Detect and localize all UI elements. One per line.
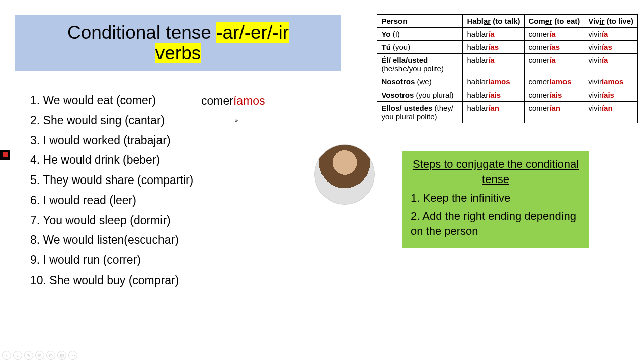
- presenter-avatar: [314, 144, 375, 205]
- table-row: Tú (you)hablaríascomeríasvivirías: [377, 41, 638, 54]
- title-highlight-2: verbs: [155, 43, 201, 63]
- answer-example: comeríamos: [201, 94, 265, 108]
- answer-ending: íamos: [233, 94, 265, 107]
- grid-button[interactable]: ⊞: [57, 351, 66, 360]
- list-item: 6. I would read (leer): [30, 191, 193, 211]
- list-item: 4. He would drink (beber): [30, 150, 193, 170]
- table-row: Ellos/ ustedes (they/ you plural polite)…: [377, 102, 638, 123]
- title-highlight-1: -ar/-er/-ir: [216, 22, 289, 43]
- next-slide-button[interactable]: ›: [13, 351, 22, 360]
- table-row: Él/ ella/usted (he/she/you polite)hablar…: [377, 54, 638, 75]
- list-item: 7. You would sleep (dormir): [30, 211, 193, 231]
- answer-stem: comer: [201, 94, 233, 107]
- exercise-list: 1. We would eat (comer) 2. She would sin…: [30, 90, 193, 291]
- table-row: Vosotros (you plural)hablaríaiscomeríais…: [377, 88, 638, 102]
- conjugation-table: Person Hablar (to talk) Comer (to eat) V…: [377, 14, 638, 123]
- list-item: 1. We would eat (comer): [30, 90, 193, 111]
- list-item: 8. We would listen(escuchar): [30, 230, 193, 250]
- recording-indicator: [0, 150, 10, 160]
- record-icon: [3, 152, 8, 157]
- slides-button[interactable]: ⎘: [35, 351, 44, 360]
- presenter-toolbar: ‹ › ✎ ⎘ ⊙ ⊞ ⋯: [2, 351, 77, 360]
- col-vivir: Vivir (to live): [584, 15, 638, 28]
- steps-title: Steps to conjugate the conditional tense: [411, 157, 581, 187]
- list-item: 3. I would worked (trabajar): [30, 131, 193, 151]
- col-hablar: Hablar (to talk): [463, 15, 524, 28]
- list-item: 10. She would buy (comprar): [30, 270, 193, 291]
- table-row: Yo (I)hablaríacomeríaviviría: [377, 28, 638, 41]
- col-person: Person: [377, 15, 463, 28]
- list-item: 2. She would sing (cantar): [30, 111, 193, 131]
- prev-slide-button[interactable]: ‹: [2, 351, 11, 360]
- pen-button[interactable]: ✎: [24, 351, 33, 360]
- steps-box: Steps to conjugate the conditional tense…: [403, 151, 589, 248]
- list-item: 5. They would share (compartir): [30, 170, 193, 191]
- step-2: 2. Add the right ending depending on the…: [411, 209, 581, 238]
- zoom-button[interactable]: ⊙: [46, 351, 55, 360]
- more-button[interactable]: ⋯: [68, 351, 77, 360]
- table-row: Nosotros (we)hablaríamoscomeríamosvivirí…: [377, 75, 638, 88]
- title-pre: Conditional tense: [67, 22, 216, 43]
- cursor-icon: ⌖: [234, 117, 238, 126]
- list-item: 9. I would run (correr): [30, 250, 193, 270]
- col-comer: Comer (to eat): [524, 15, 584, 28]
- slide-title: Conditional tense -ar/-er/-ir verbs: [15, 15, 341, 71]
- step-1: 1. Keep the infinitive: [411, 191, 581, 206]
